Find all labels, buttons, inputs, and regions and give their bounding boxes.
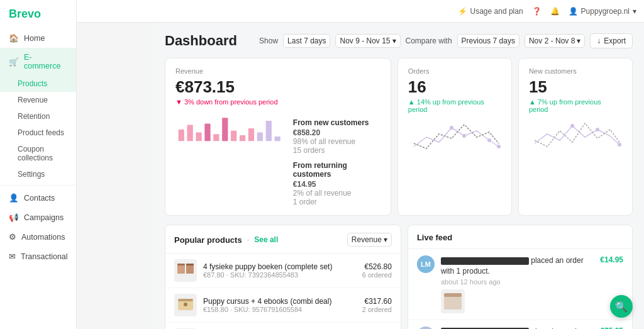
live-feed-list: LM placed an order with 1 product. about… [408, 249, 632, 329]
live-feed-header: Live feed [408, 225, 632, 249]
product-price: €526.80 6 ordered [362, 262, 392, 279]
chevron-icon2: ▾ [577, 36, 580, 45]
table-row: 4 puppy ebooks (complete set) €59.80 · S… [165, 323, 401, 329]
svg-point-13 [462, 134, 466, 138]
returning-orders: 1 order [293, 198, 380, 206]
search-fab[interactable]: 🔍 [610, 295, 633, 318]
svg-rect-9 [257, 132, 263, 141]
page-title: Dashboard [165, 33, 252, 49]
orders-value: 16 [408, 77, 501, 97]
sidebar-item-campaigns[interactable]: 📢 Campaigns [0, 208, 76, 227]
sidebar-label-contacts: Contacts [24, 194, 55, 203]
bottom-section: Popular products · See all Revenue ▾ 4 f… [165, 225, 633, 329]
new-customers-change-text: 7% up [538, 98, 557, 106]
ecommerce-icon: 🛒 [9, 57, 19, 67]
sidebar-label-ecommerce: E-commerce [24, 53, 67, 70]
dashboard-header: Dashboard Show Last 7 days Nov 9 - Nov 1… [165, 33, 633, 49]
svg-rect-3 [204, 124, 210, 142]
revenue-change-label: from previous period [214, 98, 277, 106]
new-customers-change: ▲ 7% up from previous period [529, 98, 622, 113]
orders-label: Orders [408, 67, 501, 75]
product-info: 4 fysieke puppy boeken (complete set) €8… [203, 262, 356, 279]
period-value: Last 7 days [287, 36, 326, 45]
popular-products-card: Popular products · See all Revenue ▾ 4 f… [165, 225, 401, 329]
new-orders: 15 orders [293, 146, 380, 155]
svg-point-18 [618, 143, 621, 147]
chevron-down-icon: ▾ [633, 7, 636, 16]
product-list: 4 fysieke puppy boeken (complete set) €8… [165, 254, 401, 329]
returning-pct: 2% of all revenue [293, 189, 380, 198]
topbar: ⚡ Usage and plan ❓ 🔔 👤 Puppygroep.nl ▾ [77, 0, 644, 23]
product-filter-select[interactable]: Revenue ▾ [347, 233, 392, 247]
sidebar-item-ecommerce[interactable]: 🛒 E-commerce [0, 48, 76, 75]
automations-icon: ⚙ [9, 232, 16, 242]
sidebar-label-automations: Automations [21, 233, 65, 242]
product-price: €317.60 2 ordered [362, 297, 392, 313]
account-icon: 👤 [569, 7, 578, 16]
revenue-change-text: 3% down [184, 98, 213, 106]
account-name: Puppygroep.nl [581, 7, 630, 16]
svg-rect-22 [186, 264, 194, 265]
live-time: about 12 hours ago [441, 278, 589, 286]
avatar: MW [417, 326, 435, 329]
svg-rect-11 [275, 137, 280, 141]
date-range-select[interactable]: Nov 9 - Nov 15 ▾ [335, 34, 400, 48]
product-sku: €158.80 · SKU: 9576791605584 [203, 306, 356, 313]
stats-cards: Revenue €873.15 ▼ 3% down from previous … [165, 58, 633, 216]
sidebar-item-products[interactable]: Products [0, 75, 76, 92]
svg-point-15 [497, 145, 501, 148]
new-customers-sub: From new customers €858.20 98% of all re… [293, 118, 380, 155]
product-info: Puppy cursus + 4 ebooks (combi deal) €15… [203, 297, 356, 313]
live-content: placed an order with 1 product. about 12… [441, 255, 589, 313]
new-value: €858.20 [293, 128, 320, 137]
sidebar-item-revenue[interactable]: Revenue [0, 92, 76, 108]
sidebar-item-retention[interactable]: Retention [0, 108, 76, 125]
main-content: Dashboard Show Last 7 days Nov 9 - Nov 1… [153, 23, 644, 329]
sidebar-item-transactional[interactable]: ✉ Transactional [0, 247, 76, 266]
orders-change: ▲ 14% up from previous period [408, 98, 501, 113]
help-icon-btn[interactable]: ❓ [532, 7, 541, 16]
product-filter-value: Revenue [352, 235, 382, 244]
sidebar-label-home: Home [24, 34, 45, 43]
sidebar-item-coupon-collections[interactable]: Coupon collections [0, 141, 76, 166]
usage-plan-link[interactable]: ⚡ Usage and plan [458, 7, 523, 16]
revenue-label: Revenue [175, 67, 380, 75]
product-image [174, 259, 197, 282]
compare-period-value: Previous 7 days [462, 36, 515, 45]
live-content: placed an order with 1 product. about 19… [441, 326, 589, 329]
compare-period-select[interactable]: Previous 7 days [457, 34, 519, 48]
sidebar-label-campaigns: Campaigns [24, 213, 64, 222]
svg-rect-21 [177, 264, 185, 265]
sidebar-item-product-feeds[interactable]: Product feeds [0, 125, 76, 141]
live-feed-card: Live feed LM placed an order with 1 prod… [408, 225, 633, 329]
svg-rect-1 [187, 125, 193, 141]
sidebar-item-settings[interactable]: Settings [0, 166, 76, 182]
compare-range-select[interactable]: Nov 2 - Nov 8 ▾ [525, 34, 585, 48]
svg-point-25 [184, 303, 187, 306]
product-thumbnail [441, 289, 465, 313]
product-sku: €87.80 · SKU: 7392364855483 [203, 271, 356, 279]
search-icon: 🔍 [615, 301, 628, 313]
product-image [174, 294, 197, 316]
sidebar-item-contacts[interactable]: 👤 Contacts [0, 188, 76, 208]
sidebar-item-home[interactable]: 🏠 Home [0, 28, 76, 48]
svg-rect-10 [266, 121, 272, 141]
transactional-icon: ✉ [9, 252, 16, 261]
new-customers-chart [529, 118, 622, 153]
account-menu[interactable]: 👤 Puppygroep.nl ▾ [569, 7, 636, 16]
from-returning-label: From returning customers [293, 161, 380, 179]
export-button[interactable]: ↓ Export [590, 33, 633, 48]
revenue-change: ▼ 3% down from previous period [175, 98, 380, 106]
popular-products-header: Popular products · See all Revenue ▾ [165, 225, 401, 254]
show-label: Show [259, 36, 278, 45]
sidebar-item-automations[interactable]: ⚙ Automations [0, 227, 76, 247]
notifications-btn[interactable]: 🔔 [550, 7, 560, 16]
see-all-link[interactable]: See all [254, 235, 278, 244]
svg-rect-5 [222, 118, 228, 141]
up-arrow-icon: ▲ [408, 98, 415, 106]
dashboard-controls: Show Last 7 days Nov 9 - Nov 15 ▾ Compar… [259, 33, 633, 48]
chevron-icon: ▾ [392, 36, 396, 45]
svg-rect-8 [248, 128, 254, 141]
live-text: placed an order with 1 product. about 19… [441, 326, 589, 329]
period-select[interactable]: Last 7 days [283, 34, 330, 48]
